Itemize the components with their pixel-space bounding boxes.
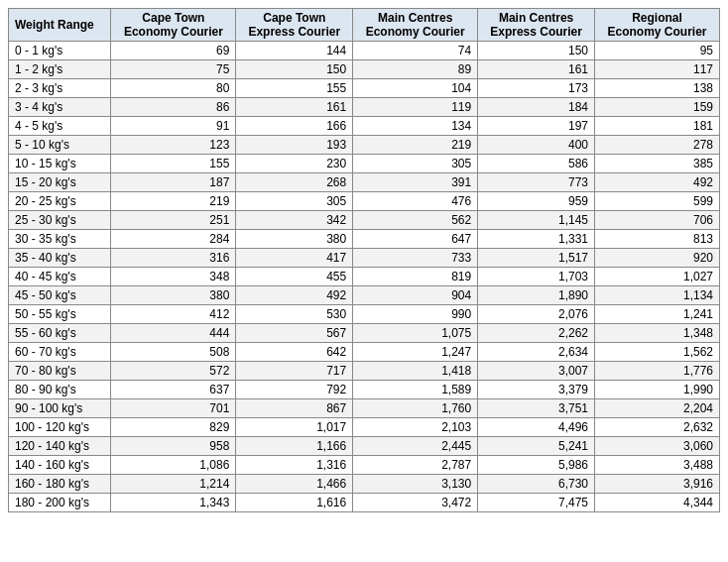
ct-exp-cell: 455 — [236, 268, 353, 286]
reg-eco-cell: 181 — [595, 117, 720, 136]
mc-exp-cell: 3,751 — [478, 399, 595, 418]
mc-eco-cell: 3,130 — [353, 475, 478, 494]
table-row: 180 - 200 kg's 1,343 1,616 3,472 7,475 4… — [9, 494, 720, 512]
weight-range-cell: 40 - 45 kg's — [9, 268, 111, 286]
weight-range-cell: 3 - 4 kg's — [9, 98, 111, 117]
ct-eco-cell: 284 — [111, 230, 236, 249]
reg-eco-cell: 920 — [595, 249, 720, 268]
ct-eco-cell: 412 — [111, 305, 236, 324]
table-row: 5 - 10 kg's 123 193 219 400 278 — [9, 136, 720, 155]
mc-eco-cell: 2,445 — [353, 437, 478, 456]
reg-eco-cell: 1,348 — [595, 324, 720, 343]
weight-range-cell: 15 - 20 kg's — [9, 173, 111, 192]
reg-eco-cell: 1,990 — [595, 381, 720, 399]
reg-eco-cell: 599 — [595, 192, 720, 211]
mc-exp-cell: 773 — [478, 173, 595, 192]
weight-range-cell: 2 - 3 kg's — [9, 79, 111, 98]
ct-exp-cell: 380 — [236, 230, 353, 249]
regional-economy-header: RegionalEconomy Courier — [595, 9, 720, 42]
ct-eco-cell: 572 — [111, 362, 236, 381]
mc-exp-cell: 2,634 — [478, 343, 595, 362]
mc-eco-cell: 904 — [353, 286, 478, 305]
weight-range-cell: 70 - 80 kg's — [9, 362, 111, 381]
mc-eco-cell: 74 — [353, 42, 478, 60]
mc-exp-cell: 7,475 — [478, 494, 595, 512]
table-row: 120 - 140 kg's 958 1,166 2,445 5,241 3,0… — [9, 437, 720, 456]
mc-eco-cell: 1,760 — [353, 399, 478, 418]
mc-exp-cell: 3,007 — [478, 362, 595, 381]
ct-eco-cell: 701 — [111, 399, 236, 418]
table-row: 50 - 55 kg's 412 530 990 2,076 1,241 — [9, 305, 720, 324]
mc-exp-cell: 5,986 — [478, 456, 595, 475]
ct-exp-cell: 144 — [236, 42, 353, 60]
table-row: 0 - 1 kg's 69 144 74 150 95 — [9, 42, 720, 60]
reg-eco-cell: 4,344 — [595, 494, 720, 512]
weight-range-cell: 60 - 70 kg's — [9, 343, 111, 362]
ct-exp-cell: 492 — [236, 286, 353, 305]
ct-exp-cell: 792 — [236, 381, 353, 399]
table-row: 90 - 100 kg's 701 867 1,760 3,751 2,204 — [9, 399, 720, 418]
cape-town-economy-header: Cape TownEconomy Courier — [111, 9, 236, 42]
ct-exp-cell: 150 — [236, 60, 353, 79]
ct-eco-cell: 75 — [111, 60, 236, 79]
mc-exp-cell: 1,890 — [478, 286, 595, 305]
ct-exp-cell: 1,616 — [236, 494, 353, 512]
weight-range-cell: 90 - 100 kg's — [9, 399, 111, 418]
mc-exp-cell: 4,496 — [478, 418, 595, 437]
ct-eco-cell: 348 — [111, 268, 236, 286]
mc-eco-cell: 305 — [353, 155, 478, 173]
reg-eco-cell: 3,060 — [595, 437, 720, 456]
mc-eco-cell: 219 — [353, 136, 478, 155]
reg-eco-cell: 3,916 — [595, 475, 720, 494]
ct-exp-cell: 1,316 — [236, 456, 353, 475]
reg-eco-cell: 1,241 — [595, 305, 720, 324]
mc-eco-cell: 990 — [353, 305, 478, 324]
table-row: 140 - 160 kg's 1,086 1,316 2,787 5,986 3… — [9, 456, 720, 475]
mc-eco-cell: 819 — [353, 268, 478, 286]
ct-exp-cell: 717 — [236, 362, 353, 381]
ct-exp-cell: 867 — [236, 399, 353, 418]
weight-range-cell: 30 - 35 kg's — [9, 230, 111, 249]
reg-eco-cell: 278 — [595, 136, 720, 155]
reg-eco-cell: 3,488 — [595, 456, 720, 475]
weight-range-cell: 140 - 160 kg's — [9, 456, 111, 475]
ct-exp-cell: 342 — [236, 211, 353, 230]
table-row: 45 - 50 kg's 380 492 904 1,890 1,134 — [9, 286, 720, 305]
weight-range-cell: 5 - 10 kg's — [9, 136, 111, 155]
ct-eco-cell: 219 — [111, 192, 236, 211]
table-row: 30 - 35 kg's 284 380 647 1,331 813 — [9, 230, 720, 249]
weight-range-cell: 80 - 90 kg's — [9, 381, 111, 399]
weight-range-cell: 4 - 5 kg's — [9, 117, 111, 136]
reg-eco-cell: 2,204 — [595, 399, 720, 418]
weight-range-cell: 180 - 200 kg's — [9, 494, 111, 512]
table-row: 70 - 80 kg's 572 717 1,418 3,007 1,776 — [9, 362, 720, 381]
ct-eco-cell: 251 — [111, 211, 236, 230]
main-centres-economy-header: Main CentresEconomy Courier — [353, 9, 478, 42]
table-row: 1 - 2 kg's 75 150 89 161 117 — [9, 60, 720, 79]
ct-exp-cell: 230 — [236, 155, 353, 173]
ct-exp-cell: 1,166 — [236, 437, 353, 456]
ct-eco-cell: 508 — [111, 343, 236, 362]
ct-exp-cell: 193 — [236, 136, 353, 155]
ct-exp-cell: 155 — [236, 79, 353, 98]
weight-range-cell: 20 - 25 kg's — [9, 192, 111, 211]
ct-exp-cell: 305 — [236, 192, 353, 211]
mc-exp-cell: 161 — [478, 60, 595, 79]
ct-eco-cell: 123 — [111, 136, 236, 155]
ct-eco-cell: 80 — [111, 79, 236, 98]
mc-exp-cell: 959 — [478, 192, 595, 211]
ct-exp-cell: 642 — [236, 343, 353, 362]
reg-eco-cell: 1,027 — [595, 268, 720, 286]
table-row: 100 - 120 kg's 829 1,017 2,103 4,496 2,6… — [9, 418, 720, 437]
weight-range-cell: 10 - 15 kg's — [9, 155, 111, 173]
mc-eco-cell: 1,247 — [353, 343, 478, 362]
table-row: 10 - 15 kg's 155 230 305 586 385 — [9, 155, 720, 173]
ct-exp-cell: 417 — [236, 249, 353, 268]
weight-range-cell: 100 - 120 kg's — [9, 418, 111, 437]
weight-range-cell: 45 - 50 kg's — [9, 286, 111, 305]
mc-exp-cell: 150 — [478, 42, 595, 60]
table-row: 35 - 40 kg's 316 417 733 1,517 920 — [9, 249, 720, 268]
main-centres-express-header: Main CentresExpress Courier — [478, 9, 595, 42]
mc-exp-cell: 1,145 — [478, 211, 595, 230]
ct-eco-cell: 86 — [111, 98, 236, 117]
